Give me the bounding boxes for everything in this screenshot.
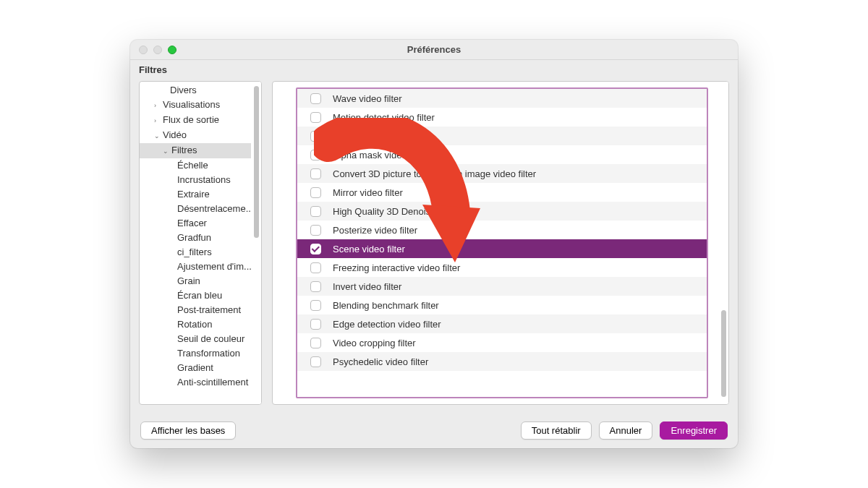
- filter-row[interactable]: Blending benchmark filter: [297, 296, 707, 314]
- save-button[interactable]: Enregistrer: [660, 421, 728, 440]
- sidebar-item[interactable]: Grain: [140, 274, 261, 288]
- sidebar: Divers›Visualisations›Flux de sortie⌄Vid…: [139, 81, 262, 405]
- filter-row[interactable]: Motion detect video filter: [297, 108, 707, 127]
- filter-checkbox[interactable]: [310, 356, 321, 367]
- filter-checkbox[interactable]: [310, 168, 321, 179]
- filter-checkbox[interactable]: [310, 93, 321, 104]
- sidebar-item[interactable]: ⌄Vidéo: [140, 128, 261, 143]
- filter-checkbox[interactable]: [310, 244, 321, 254]
- filter-row[interactable]: Mirror video filter: [297, 183, 707, 202]
- sidebar-item[interactable]: Désentrelaceme...: [140, 202, 261, 216]
- sidebar-item[interactable]: Rotation: [140, 317, 261, 332]
- filter-row[interactable]: Posterize video filter: [297, 221, 707, 239]
- sidebar-item[interactable]: ›Visualisations: [140, 98, 261, 113]
- filter-checkbox[interactable]: [310, 187, 321, 198]
- filter-row[interactable]: Convert 3D picture to anaglyph image vid…: [297, 164, 707, 183]
- sidebar-item[interactable]: Transformation: [140, 346, 261, 361]
- sidebar-item[interactable]: Gradfun: [140, 231, 261, 245]
- sidebar-item-label: Flux de sortie: [163, 114, 219, 125]
- filter-row[interactable]: High Quality 3D Denoiser filter: [297, 202, 707, 221]
- filter-checkbox[interactable]: [310, 338, 321, 348]
- sidebar-item[interactable]: ›Flux de sortie: [140, 113, 261, 128]
- content-area: Divers›Visualisations›Flux de sortie⌄Vid…: [130, 81, 738, 412]
- filter-label: Psychedelic video filter: [333, 356, 428, 367]
- filter-list: Wave video filterMotion detect video fil…: [296, 87, 708, 398]
- sidebar-item[interactable]: Incrustations: [140, 173, 261, 187]
- sidebar-item-label: Filtres: [171, 145, 197, 155]
- filter-label: Motion detect video filter: [333, 112, 435, 123]
- filter-row[interactable]: Scene video filter: [297, 239, 707, 258]
- chevron-icon: ⌄: [154, 129, 161, 143]
- filter-label: Freezing interactive video filter: [333, 262, 460, 273]
- sidebar-item-label: Seuil de couleur: [177, 333, 244, 344]
- filter-checkbox[interactable]: [310, 225, 321, 236]
- filter-label: Scene video filter: [333, 244, 405, 254]
- sidebar-item-label: Ajustement d'im...: [177, 261, 252, 272]
- sidebar-item-label: Anti-scintillement: [177, 377, 248, 388]
- filter-row[interactable]: Wave video filter: [297, 89, 707, 108]
- filter-checkbox[interactable]: [310, 300, 321, 311]
- maximize-button[interactable]: [168, 46, 176, 54]
- filter-row[interactable]: Invert video filter: [297, 277, 707, 296]
- sidebar-item[interactable]: Échelle: [140, 158, 261, 173]
- chevron-icon: ⌄: [163, 144, 170, 158]
- sidebar-item-label: Effacer: [177, 218, 207, 228]
- filter-row[interactable]: Freezing interactive video filter: [297, 258, 707, 277]
- filter-row[interactable]: Edge detection video filter: [297, 314, 707, 333]
- preferences-window: Préférences Filtres Divers›Visualisation…: [130, 40, 738, 448]
- filter-row[interactable]: Video cropping filter: [297, 333, 707, 352]
- sidebar-item-label: Gradfun: [177, 232, 211, 243]
- sidebar-scroll-thumb[interactable]: [254, 86, 259, 238]
- sidebar-item-label: Grain: [177, 275, 200, 286]
- sidebar-item[interactable]: ci_filters: [140, 245, 261, 260]
- cancel-button[interactable]: Annuler: [599, 421, 653, 440]
- sidebar-item-label: Incrustations: [177, 174, 231, 185]
- filter-label: Alpha mask video filter: [333, 150, 427, 160]
- sidebar-item-label: Échelle: [177, 160, 208, 171]
- sidebar-item-label: Transformation: [177, 348, 240, 359]
- filter-label: Wave video filter: [333, 93, 402, 104]
- sidebar-item-label: Gradient: [177, 362, 213, 373]
- filter-label: Blending benchmark filter: [333, 300, 439, 311]
- filter-checkbox[interactable]: [310, 319, 321, 330]
- sidebar-item[interactable]: Écran bleu: [140, 288, 261, 303]
- sidebar-item-label: ci_filters: [177, 247, 212, 257]
- filter-row[interactable]: Alpha mask video filter: [297, 145, 707, 164]
- filter-checkbox[interactable]: [310, 262, 321, 273]
- sidebar-item-label: Écran bleu: [177, 290, 222, 301]
- filter-row[interactable]: Sepia video filter: [297, 127, 707, 145]
- filter-label: Convert 3D picture to anaglyph image vid…: [333, 168, 536, 179]
- sidebar-item[interactable]: Gradient: [140, 361, 261, 375]
- filter-checkbox[interactable]: [310, 206, 321, 217]
- show-basics-button[interactable]: Afficher les bases: [140, 421, 236, 440]
- sidebar-item[interactable]: Anti-scintillement: [140, 375, 261, 390]
- filter-row[interactable]: Psychedelic video filter: [297, 352, 707, 371]
- sidebar-item-label: Désentrelaceme...: [177, 203, 254, 214]
- filter-label: Posterize video filter: [333, 225, 417, 236]
- sidebar-item-label: Post-traitement: [177, 304, 241, 315]
- filter-checkbox[interactable]: [310, 281, 321, 292]
- main-scrollbar[interactable]: [718, 82, 728, 404]
- footer: Afficher les bases Tout rétablir Annuler…: [130, 412, 738, 448]
- sidebar-item[interactable]: Extraire: [140, 187, 261, 202]
- filter-label: Video cropping filter: [333, 338, 416, 348]
- close-button[interactable]: [139, 46, 148, 54]
- sidebar-item[interactable]: ⌄Filtres: [140, 143, 261, 158]
- traffic-lights: [139, 46, 176, 54]
- main-scroll-thumb[interactable]: [721, 310, 726, 397]
- minimize-button[interactable]: [153, 46, 162, 54]
- filter-checkbox[interactable]: [310, 131, 321, 142]
- filter-checkbox[interactable]: [310, 150, 321, 160]
- sidebar-item[interactable]: Effacer: [140, 216, 261, 231]
- filter-checkbox[interactable]: [310, 112, 321, 123]
- sidebar-scrollbar[interactable]: [251, 82, 261, 404]
- sidebar-item-label: Vidéo: [163, 129, 187, 140]
- filter-label: Mirror video filter: [333, 187, 403, 198]
- sidebar-item[interactable]: Seuil de couleur: [140, 332, 261, 346]
- reset-all-button[interactable]: Tout rétablir: [521, 421, 592, 440]
- sidebar-item-label: Rotation: [177, 319, 212, 330]
- sidebar-item[interactable]: Post-traitement: [140, 303, 261, 317]
- sidebar-item[interactable]: Ajustement d'im...: [140, 260, 261, 274]
- sidebar-item[interactable]: Divers: [140, 83, 261, 98]
- filter-label: Invert video filter: [333, 281, 401, 292]
